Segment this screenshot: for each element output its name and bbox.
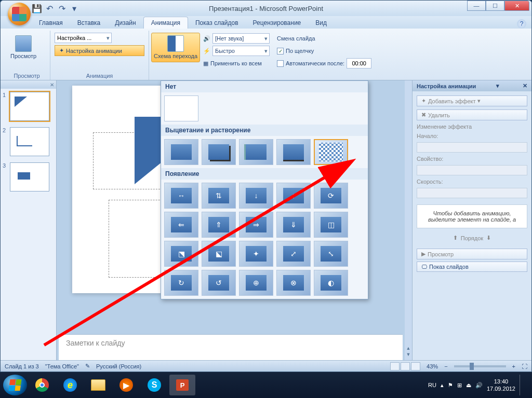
thumbs-close-icon[interactable]: ✕ <box>50 82 54 88</box>
tray-volume-icon[interactable]: 🔊 <box>475 382 483 389</box>
notes-area[interactable]: Заметки к слайду <box>59 334 403 360</box>
transition-item[interactable]: ⇅ <box>202 183 236 209</box>
scrollbar-vertical[interactable]: ▲ ▼ <box>405 80 412 360</box>
speed-dropdown[interactable] <box>417 188 527 198</box>
minimize-button[interactable]: — <box>467 1 486 11</box>
task-skype[interactable]: S <box>141 375 167 395</box>
slideshow-button[interactable]: 🖵Показ слайдов <box>417 262 527 272</box>
tab-animation[interactable]: Анимация <box>143 17 188 29</box>
transition-item[interactable]: ↔ <box>164 183 198 209</box>
transition-item[interactable]: ◫ <box>314 212 348 238</box>
tab-design[interactable]: Дизайн <box>108 17 143 29</box>
transition-item[interactable]: ⊕ <box>239 270 273 296</box>
redo-icon[interactable]: ↷ <box>57 3 67 13</box>
transition-item[interactable]: ✦ <box>239 241 273 267</box>
task-chrome[interactable] <box>29 375 55 395</box>
on-click-label: По щелчку <box>286 48 314 54</box>
tray-safely-remove-icon[interactable]: ⏏ <box>466 382 471 389</box>
transition-item[interactable]: ⤢ <box>276 241 311 267</box>
preview-animation-button[interactable]: ▶Просмотр <box>417 249 527 259</box>
transition-fade-1[interactable] <box>164 139 198 165</box>
zoom-level[interactable]: 43% <box>427 363 438 369</box>
order-down-icon[interactable]: ⬇ <box>486 235 491 241</box>
transition-scheme-button[interactable]: Схема перехода <box>151 33 200 62</box>
transition-item[interactable]: ⬔ <box>164 241 198 267</box>
auto-after-time[interactable] <box>347 58 371 68</box>
remove-effect-button[interactable]: ✖Удалить <box>417 109 527 120</box>
transition-fade-2[interactable] <box>202 139 236 165</box>
tab-review[interactable]: Рецензирование <box>246 17 309 29</box>
thumb-2[interactable]: 2 <box>1 124 56 159</box>
thumb-3[interactable]: 3 <box>1 159 56 195</box>
animation-pane: Настройка анимации ▾ ✕ ✦Добавить эффект … <box>412 80 531 360</box>
normal-view-button[interactable] <box>390 362 400 370</box>
preview-button[interactable]: Просмотр <box>8 33 39 62</box>
transition-item[interactable]: ⇒ <box>239 212 273 238</box>
office-logo-icon <box>12 7 26 21</box>
tray-network-icon[interactable]: ⊞ <box>457 382 462 389</box>
task-ie[interactable]: e <box>57 375 83 395</box>
slideshow-view-button[interactable] <box>411 362 420 370</box>
zoom-slider[interactable] <box>454 365 506 367</box>
apply-all-button[interactable]: ▦Применить ко всем <box>203 58 270 69</box>
tray-flag-icon[interactable]: ⚑ <box>448 382 453 389</box>
tray-show-hidden-icon[interactable]: ▴ <box>441 382 444 389</box>
spellcheck-icon[interactable]: ✎ <box>85 363 90 369</box>
transition-dissolve[interactable] <box>314 139 348 165</box>
transition-item[interactable]: ⟳ <box>314 183 348 209</box>
tab-view[interactable]: Вид <box>308 17 334 29</box>
transition-item[interactable]: ↻ <box>164 270 198 296</box>
save-icon[interactable]: 💾 <box>32 3 42 13</box>
transition-item[interactable]: ⇑ <box>202 212 236 238</box>
thumb-1[interactable]: 1 <box>1 89 56 124</box>
maximize-button[interactable]: ☐ <box>486 1 504 11</box>
help-icon[interactable]: ? <box>517 19 526 29</box>
zoom-out-icon[interactable]: − <box>444 363 447 369</box>
transition-item[interactable]: ⊗ <box>276 270 311 296</box>
add-effect-button[interactable]: ✦Добавить эффект ▾ <box>417 95 527 106</box>
transition-item[interactable]: ↓ <box>239 183 273 209</box>
order-up-icon[interactable]: ⬆ <box>453 235 458 241</box>
transition-fade-3[interactable] <box>239 139 273 165</box>
office-button[interactable] <box>8 3 31 25</box>
task-explorer[interactable] <box>85 375 111 395</box>
zoom-thumb[interactable] <box>470 363 474 370</box>
zoom-in-icon[interactable]: + <box>512 363 515 369</box>
undo-icon[interactable]: ↶ <box>44 3 55 13</box>
start-dropdown[interactable] <box>417 142 527 153</box>
transition-item[interactable]: ⬕ <box>202 241 236 267</box>
on-click-checkbox[interactable]: ✓ <box>277 48 284 54</box>
scroll-up-icon[interactable]: ▲ <box>406 346 411 351</box>
property-dropdown[interactable] <box>417 165 527 175</box>
transition-item[interactable]: ⇐ <box>164 212 198 238</box>
transition-item[interactable]: ⇓ <box>276 212 311 238</box>
transition-none[interactable] <box>164 95 198 121</box>
qat-more-icon[interactable]: ▾ <box>69 3 79 13</box>
auto-after-checkbox[interactable] <box>277 60 284 67</box>
task-powerpoint[interactable]: P <box>169 375 195 395</box>
start-button[interactable] <box>3 375 27 395</box>
sorter-view-button[interactable] <box>401 362 410 370</box>
speed-dropdown[interactable]: Быстро <box>212 46 270 56</box>
tab-slideshow[interactable]: Показ слайдов <box>188 17 246 29</box>
transition-fade-4[interactable] <box>276 139 311 165</box>
custom-animation-button[interactable]: ✦ Настройка анимации <box>55 45 144 56</box>
language-indicator[interactable]: Русский (Россия) <box>96 363 141 369</box>
transition-item[interactable]: ⤡ <box>314 241 348 267</box>
tab-insert[interactable]: Вставка <box>70 17 108 29</box>
tray-clock[interactable]: 13:40 17.09.2012 <box>487 378 515 393</box>
pane-dropdown-icon[interactable]: ▾ <box>496 83 499 89</box>
scroll-down-icon[interactable]: ▼ <box>406 352 411 357</box>
pane-close-icon[interactable]: ✕ <box>523 83 527 89</box>
tray-lang[interactable]: RU <box>428 382 436 388</box>
transition-item[interactable]: ◐ <box>314 270 348 296</box>
transition-item[interactable]: ↑ <box>276 183 311 209</box>
custom-animation-dropdown[interactable]: Настройка ... <box>55 33 112 43</box>
task-media[interactable]: ▶ <box>113 375 139 395</box>
sound-dropdown[interactable]: [Нет звука] <box>212 33 270 44</box>
tab-home[interactable]: Главная <box>32 17 70 29</box>
close-button[interactable]: ✕ <box>504 1 529 11</box>
show-desktop-button[interactable] <box>520 375 525 395</box>
transition-item[interactable]: ↺ <box>202 270 236 296</box>
fit-window-icon[interactable]: ⛶ <box>522 363 527 369</box>
